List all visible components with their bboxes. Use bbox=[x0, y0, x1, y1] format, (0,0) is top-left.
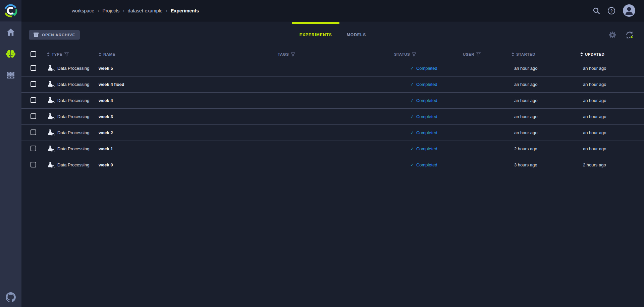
avatar-icon bbox=[623, 4, 635, 17]
column-header-started[interactable]: STARTED bbox=[512, 52, 580, 56]
column-header-type[interactable]: TYPE bbox=[47, 52, 99, 56]
data-processing-icon bbox=[47, 113, 55, 120]
experiment-type: Data Processing bbox=[57, 82, 89, 87]
archive-icon bbox=[34, 33, 39, 37]
column-header-status[interactable]: STATUS bbox=[394, 52, 463, 56]
svg-text:?: ? bbox=[610, 8, 612, 13]
experiment-status: Completed bbox=[416, 82, 437, 87]
sort-icon bbox=[47, 52, 50, 56]
row-checkbox[interactable] bbox=[31, 65, 36, 71]
experiment-name: week 4 fixed bbox=[99, 82, 124, 87]
experiment-started: an hour ago bbox=[512, 130, 580, 135]
data-processing-icon bbox=[47, 97, 55, 104]
experiment-type: Data Processing bbox=[57, 162, 89, 167]
tab-models-label: MODELS bbox=[347, 33, 366, 37]
experiment-row[interactable]: Data Processing week 1 ✓ Completed 2 hou… bbox=[21, 141, 644, 157]
row-checkbox[interactable] bbox=[31, 113, 36, 119]
sort-icon bbox=[512, 52, 514, 56]
top-bar: workspace › Projects › dataset-example ›… bbox=[21, 0, 644, 21]
experiment-type: Data Processing bbox=[57, 130, 89, 135]
completed-check-icon: ✓ bbox=[410, 98, 414, 103]
experiment-row[interactable]: Data Processing week 4 ✓ Completed an ho… bbox=[21, 93, 644, 109]
filter-icon[interactable] bbox=[64, 52, 69, 56]
experiment-name: week 5 bbox=[99, 66, 113, 71]
experiment-updated: an hour ago bbox=[580, 98, 644, 103]
completed-check-icon: ✓ bbox=[410, 66, 414, 71]
row-checkbox[interactable] bbox=[31, 97, 36, 103]
experiment-started: an hour ago bbox=[512, 114, 580, 119]
open-archive-label: OPEN ARCHIVE bbox=[42, 33, 75, 37]
experiment-type: Data Processing bbox=[57, 98, 89, 103]
tab-bar: EXPERIMENTS MODELS bbox=[292, 21, 373, 48]
tab-models[interactable]: MODELS bbox=[339, 21, 373, 48]
auto-refresh-button[interactable] bbox=[625, 31, 635, 39]
sidebar-item-home[interactable] bbox=[0, 21, 21, 43]
servers-icon bbox=[7, 71, 15, 79]
breadcrumb-project-name[interactable]: dataset-example bbox=[128, 8, 163, 13]
row-checkbox[interactable] bbox=[31, 81, 36, 87]
column-header-updated[interactable]: UPDATED bbox=[580, 52, 644, 56]
experiments-table-body: Data Processing week 5 ✓ Completed an ho… bbox=[21, 60, 644, 173]
breadcrumb-separator: › bbox=[123, 8, 124, 13]
experiment-updated: 2 hours ago bbox=[580, 162, 644, 167]
refresh-play-icon bbox=[625, 31, 635, 39]
experiment-status: Completed bbox=[416, 130, 437, 135]
profile-menu-button[interactable] bbox=[623, 4, 635, 17]
experiment-started: an hour ago bbox=[512, 82, 580, 87]
experiment-status: Completed bbox=[416, 162, 437, 167]
data-processing-icon bbox=[47, 65, 55, 72]
search-icon bbox=[593, 7, 600, 14]
select-all-checkbox[interactable] bbox=[31, 51, 36, 57]
experiment-status: Completed bbox=[416, 146, 437, 151]
experiment-name: week 2 bbox=[99, 130, 113, 135]
filter-icon[interactable] bbox=[291, 52, 295, 56]
experiment-name: week 4 bbox=[99, 98, 113, 103]
breadcrumb-separator: › bbox=[166, 8, 167, 13]
main-area: workspace › Projects › dataset-example ›… bbox=[21, 0, 644, 307]
open-archive-button[interactable]: OPEN ARCHIVE bbox=[29, 30, 80, 40]
search-button[interactable] bbox=[593, 7, 600, 14]
sidebar-item-workers-queues[interactable] bbox=[0, 64, 21, 86]
experiment-started: an hour ago bbox=[512, 98, 580, 103]
experiment-name: week 0 bbox=[99, 162, 113, 167]
column-header-user[interactable]: USER bbox=[463, 52, 512, 56]
experiment-started: 2 hours ago bbox=[512, 146, 580, 151]
experiments-toolbar: OPEN ARCHIVE EXPERIMENTS MODELS bbox=[21, 21, 644, 48]
gear-icon bbox=[608, 31, 616, 39]
experiment-row[interactable]: Data Processing week 3 ✓ Completed an ho… bbox=[21, 109, 644, 125]
sort-icon bbox=[99, 52, 101, 56]
experiment-row[interactable]: Data Processing week 5 ✓ Completed an ho… bbox=[21, 60, 644, 76]
experiment-row[interactable]: Data Processing week 4 fixed ✓ Completed… bbox=[21, 76, 644, 93]
filter-icon[interactable] bbox=[412, 52, 416, 56]
column-header-tags[interactable]: TAGS bbox=[278, 52, 394, 56]
row-checkbox[interactable] bbox=[31, 146, 36, 151]
filter-icon[interactable] bbox=[476, 52, 481, 56]
experiment-row[interactable]: Data Processing week 2 ✓ Completed an ho… bbox=[21, 125, 644, 141]
experiment-started: 3 hours ago bbox=[512, 162, 580, 167]
sidebar-item-projects[interactable] bbox=[0, 43, 21, 64]
github-icon bbox=[6, 292, 16, 302]
experiment-started: an hour ago bbox=[512, 66, 580, 71]
row-checkbox[interactable] bbox=[31, 162, 36, 167]
table-settings-button[interactable] bbox=[608, 31, 616, 39]
data-processing-icon bbox=[47, 81, 55, 88]
experiment-status: Completed bbox=[416, 66, 437, 71]
data-processing-icon bbox=[47, 146, 55, 152]
column-header-name[interactable]: NAME bbox=[99, 52, 278, 56]
completed-check-icon: ✓ bbox=[410, 162, 414, 167]
experiment-updated: an hour ago bbox=[580, 130, 644, 135]
breadcrumb-workspace[interactable]: workspace bbox=[72, 8, 94, 13]
breadcrumb-projects[interactable]: Projects bbox=[103, 8, 120, 13]
completed-check-icon: ✓ bbox=[410, 146, 414, 151]
tab-experiments[interactable]: EXPERIMENTS bbox=[292, 21, 339, 48]
experiment-updated: an hour ago bbox=[580, 82, 644, 87]
github-link[interactable] bbox=[6, 292, 16, 302]
experiment-row[interactable]: Data Processing week 0 ✓ Completed 3 hou… bbox=[21, 157, 644, 173]
experiment-status: Completed bbox=[416, 98, 437, 103]
data-processing-icon bbox=[47, 130, 55, 136]
app-logo[interactable] bbox=[0, 0, 21, 21]
sort-icon-active bbox=[580, 52, 583, 56]
row-checkbox[interactable] bbox=[31, 130, 36, 135]
help-button[interactable]: ? bbox=[607, 7, 615, 15]
experiment-name: week 3 bbox=[99, 114, 113, 119]
